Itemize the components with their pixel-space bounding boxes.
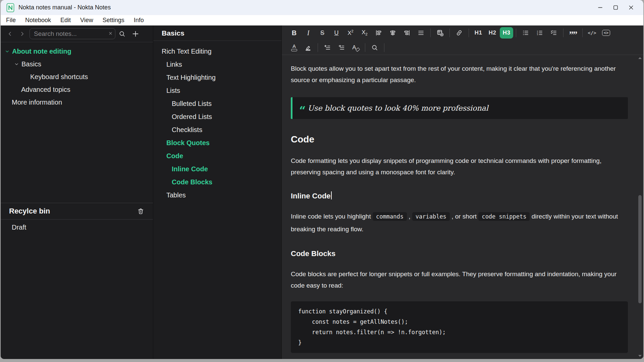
menu-settings[interactable]: Settings: [103, 17, 124, 24]
align-left-button[interactable]: [372, 27, 385, 39]
outline-item[interactable]: Code: [153, 149, 281, 163]
outline-item[interactable]: Ordered Lists: [153, 110, 281, 123]
heading2-button[interactable]: H2: [486, 27, 499, 39]
align-justify-button[interactable]: [414, 27, 428, 39]
clear-search-button[interactable]: [108, 31, 113, 36]
minimize-button[interactable]: [592, 1, 608, 14]
outline-item[interactable]: Inline Code: [153, 163, 281, 176]
nav-forward-button[interactable]: [16, 28, 28, 40]
italic-button[interactable]: I: [302, 27, 315, 39]
superscript-icon: X2: [347, 29, 353, 37]
indent-button[interactable]: [335, 42, 348, 53]
close-button[interactable]: [623, 1, 639, 14]
outline-panel: Basics Rich Text EditingLinksText Highli…: [153, 25, 282, 359]
outline-item[interactable]: Rich Text Editing: [153, 45, 281, 58]
chevron-down-icon: [14, 62, 19, 67]
outline-item-label: Links: [166, 61, 182, 68]
scrollbar-thumb[interactable]: [638, 195, 642, 303]
menu-view[interactable]: View: [80, 17, 93, 24]
outline-item[interactable]: Tables: [153, 189, 281, 202]
toolbar-divider: [563, 28, 564, 37]
heading-code-blocks: Code Blocks: [291, 249, 628, 258]
code-block-button[interactable]: <>: [599, 27, 613, 39]
heading1-button[interactable]: H1: [472, 27, 485, 39]
menu-bar: FileNotebookEditViewSettingsInfo: [1, 15, 643, 25]
inline-code-paragraph: Inline code lets you highlight commands …: [291, 210, 628, 236]
superscript-button[interactable]: X2: [344, 27, 357, 39]
app-icon: [6, 3, 15, 12]
menu-file[interactable]: File: [6, 17, 16, 24]
code-line: function stayOrganized() {: [298, 306, 621, 317]
tree-item[interactable]: About note editing: [1, 45, 153, 58]
align-center-button[interactable]: [386, 27, 399, 39]
close-x-icon: [108, 31, 113, 36]
intro-paragraph: Block quotes allow you to set apart text…: [291, 63, 628, 86]
tree-item[interactable]: Advanced topics: [1, 83, 153, 96]
add-note-button[interactable]: [129, 28, 142, 40]
editor-scrollbar[interactable]: [638, 55, 643, 359]
insert-table-button[interactable]: [433, 27, 447, 39]
highlight-button[interactable]: [302, 42, 315, 53]
link-button[interactable]: [452, 27, 466, 39]
main-area: About note editingBasicsKeyboard shortcu…: [1, 25, 643, 359]
outline-item[interactable]: Text Highlighting: [153, 71, 281, 84]
menu-edit[interactable]: Edit: [60, 17, 71, 24]
editor-toolbar: BISUX2X2H1H2H3123””</><> AA: [282, 25, 643, 55]
align-right-button[interactable]: [400, 27, 414, 39]
outline-item-label: Code Blocks: [172, 178, 212, 186]
outline-item-label: Ordered Lists: [172, 113, 212, 121]
text-color-button[interactable]: A: [287, 42, 301, 53]
outline-item[interactable]: Block Quotes: [153, 136, 281, 149]
code-blocks-paragraph: Code blocks are perfect for longer snipp…: [291, 268, 628, 291]
editor-content[interactable]: Block quotes allow you to set apart text…: [282, 55, 643, 359]
title-bar: Nokta notes manual - Nokta Notes: [1, 0, 643, 15]
outline-item[interactable]: Links: [153, 58, 281, 71]
menu-notebook[interactable]: Notebook: [25, 17, 51, 24]
strikethrough-button[interactable]: S: [316, 27, 329, 39]
scroll-up-button[interactable]: [638, 57, 642, 59]
heading-code: Code: [291, 134, 628, 145]
find-button[interactable]: [368, 42, 381, 53]
search-input[interactable]: [30, 28, 115, 39]
code-block-icon: <>: [602, 30, 610, 36]
subscript-button[interactable]: X2: [358, 27, 371, 39]
ordered-list-button[interactable]: 123: [533, 27, 546, 39]
check-list-button[interactable]: [547, 27, 560, 39]
outdent-button[interactable]: [321, 42, 334, 53]
heading3-button[interactable]: H3: [500, 27, 513, 39]
empty-trash-button[interactable]: [136, 206, 146, 216]
blockquote-button[interactable]: ””: [566, 27, 580, 39]
clear-format-button[interactable]: A: [349, 42, 362, 53]
search-button[interactable]: [115, 28, 129, 40]
underline-button[interactable]: U: [330, 27, 343, 39]
outline-header: Basics: [153, 25, 281, 41]
svg-text:3: 3: [537, 34, 538, 36]
tree-item[interactable]: Basics: [1, 58, 153, 70]
outline-item-label: Rich Text Editing: [162, 48, 212, 55]
menu-info[interactable]: Info: [134, 17, 144, 24]
scroll-down-button[interactable]: [638, 355, 642, 357]
outline-item[interactable]: Lists: [153, 84, 281, 97]
bullet-list-button[interactable]: [519, 27, 532, 39]
maximize-button[interactable]: [608, 1, 623, 14]
outline-item-label: Checklists: [172, 126, 202, 134]
recycle-bin-item[interactable]: Draft: [1, 220, 153, 235]
chevron-right-icon: [19, 31, 25, 37]
tree-item[interactable]: Keyboard shortcuts: [1, 70, 153, 83]
inline-code-chip: variables: [412, 212, 450, 221]
bold-button[interactable]: B: [287, 27, 301, 39]
outline-item[interactable]: Bulleted Lists: [153, 97, 281, 110]
outline-item[interactable]: Code Blocks: [153, 176, 281, 189]
tree-item[interactable]: More information: [1, 96, 153, 109]
toolbar-divider: [318, 43, 318, 52]
align-justify-icon: [418, 29, 424, 36]
outdent-icon: [324, 44, 331, 51]
toolbar-divider: [516, 28, 516, 37]
heading-inline-code: Inline Code: [291, 191, 628, 201]
code-block: function stayOrganized() { const notes =…: [291, 301, 628, 353]
chevron-down-icon: [5, 49, 10, 54]
nav-back-button[interactable]: [4, 28, 16, 40]
inline-code-button[interactable]: </>: [585, 27, 599, 39]
insert-table-icon: [437, 29, 443, 36]
outline-item[interactable]: Checklists: [153, 123, 281, 136]
